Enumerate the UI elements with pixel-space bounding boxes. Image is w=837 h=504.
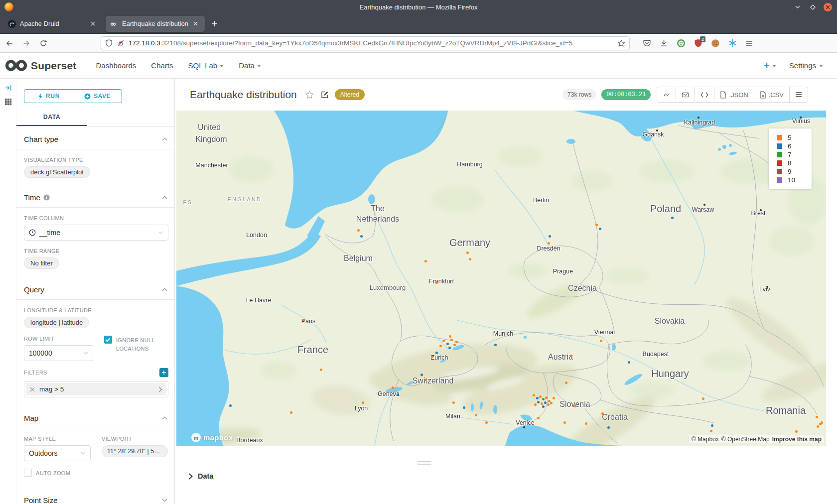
- superset-logo[interactable]: Superset: [5, 58, 76, 73]
- bookmark-star-icon[interactable]: [617, 39, 625, 47]
- favorite-star-icon[interactable]: [305, 90, 314, 100]
- edit-properties-icon[interactable]: [321, 91, 329, 99]
- earthquake-point: [302, 319, 305, 321]
- embed-code-button[interactable]: [695, 87, 714, 102]
- save-button[interactable]: SAVE: [73, 89, 122, 103]
- url-text[interactable]: 172.18.0.3:32108/superset/explore/?form_…: [129, 39, 617, 47]
- viz-type-label: VISUALIZATION TYPE: [24, 157, 168, 163]
- auto-zoom-label: AUTO ZOOM: [36, 469, 70, 478]
- time-range-value[interactable]: No filter: [24, 257, 59, 269]
- nav-item-charts[interactable]: Charts: [143, 53, 180, 79]
- chevron-up-icon: [162, 416, 167, 420]
- section-query[interactable]: Query: [24, 277, 168, 299]
- privacy-badger-icon[interactable]: [677, 39, 686, 48]
- reload-button[interactable]: [36, 36, 51, 50]
- forward-button[interactable]: [19, 36, 34, 50]
- earthquake-points-layer: [176, 111, 826, 446]
- download-icon[interactable]: [660, 39, 668, 47]
- collapse-panel-icon[interactable]: [3, 83, 13, 93]
- row-limit-select[interactable]: 100000: [24, 345, 93, 361]
- chevron-down-icon: [81, 452, 86, 455]
- viz-type-value[interactable]: deck.gl Scatterplot: [24, 166, 90, 178]
- tab-close-icon[interactable]: [191, 19, 200, 28]
- legend-swatch: [777, 169, 782, 174]
- chevron-right-icon: [188, 473, 193, 480]
- mapbox-logo[interactable]: m mapbox: [191, 433, 233, 442]
- new-tab-button[interactable]: [208, 17, 221, 30]
- lonlat-value[interactable]: longitude | latitude: [24, 317, 89, 328]
- email-button[interactable]: [676, 87, 695, 102]
- menu-hamburger-icon[interactable]: [745, 39, 753, 47]
- tab-data[interactable]: DATA: [16, 110, 87, 126]
- add-new-button[interactable]: +: [764, 61, 776, 71]
- run-button[interactable]: RUN: [24, 89, 73, 103]
- ignore-null-checkbox[interactable]: IGNORE NULL LOCATIONS: [104, 336, 168, 353]
- earthquake-point: [290, 411, 292, 414]
- tab-earthquake-distribution[interactable]: ∞ Earthquake distribution: [106, 16, 205, 32]
- time-column-select[interactable]: __time: [24, 225, 168, 241]
- window-minimize-button[interactable]: [794, 3, 802, 11]
- section-map[interactable]: Map: [24, 405, 168, 428]
- back-button[interactable]: [2, 36, 17, 50]
- chart-menu-button[interactable]: [789, 87, 808, 102]
- legend-label: 6: [788, 142, 792, 150]
- map-style-select[interactable]: Outdoors: [24, 445, 91, 461]
- pocket-icon[interactable]: [643, 39, 651, 47]
- altered-badge[interactable]: Altered: [335, 89, 365, 100]
- tab-label: Earthquake distribution: [122, 20, 188, 27]
- improve-map-link[interactable]: Improve this map: [772, 436, 822, 443]
- earthquake-point: [817, 425, 819, 428]
- legend-label: 10: [788, 176, 795, 184]
- url-bar[interactable]: 172.18.0.3:32108/superset/explore/?form_…: [101, 36, 630, 50]
- nav-item-data[interactable]: Data: [231, 53, 269, 79]
- cookie-icon[interactable]: [711, 39, 720, 48]
- brand-name: Superset: [31, 60, 76, 72]
- attribution-mapbox-link[interactable]: © Mapbox: [692, 436, 719, 443]
- map-style-label: MAP STYLE: [24, 436, 91, 442]
- row-limit-value: 100000: [29, 349, 83, 357]
- earthquake-point: [539, 395, 542, 398]
- section-point-size[interactable]: Point Size: [24, 488, 168, 504]
- earthquake-point: [362, 401, 364, 404]
- auto-zoom-checkbox[interactable]: AUTO ZOOM: [24, 469, 91, 478]
- earthquake-point: [435, 281, 438, 284]
- window-maximize-button[interactable]: [809, 3, 817, 11]
- earthquake-point: [536, 397, 539, 399]
- remove-filter-icon[interactable]: [30, 387, 35, 392]
- section-title: Point Size: [24, 496, 58, 504]
- map-canvas[interactable]: UnitedKingdomManchesterENGLANDLondonLe H…: [176, 111, 826, 446]
- chevron-right-icon[interactable]: [158, 386, 162, 392]
- dataset-grid-icon[interactable]: [3, 97, 13, 107]
- earthquake-point: [544, 401, 547, 404]
- attribution-osm-link[interactable]: © OpenStreetMap: [721, 436, 770, 443]
- adblock-shield-icon[interactable]: 2: [694, 39, 702, 47]
- extension-asterisk-icon[interactable]: [728, 39, 737, 47]
- nav-item-label: Data: [239, 61, 255, 70]
- earthquake-point: [446, 343, 449, 345]
- export-json-button[interactable]: .JSON: [714, 87, 753, 102]
- share-link-button[interactable]: [657, 87, 676, 102]
- section-chart-type[interactable]: Chart type: [24, 126, 168, 149]
- chevron-down-icon: [83, 352, 88, 355]
- add-filter-button[interactable]: [159, 368, 168, 377]
- tracking-shield-icon[interactable]: [105, 39, 113, 47]
- legend-swatch: [777, 135, 782, 140]
- nav-item-sql-lab[interactable]: SQL Lab: [181, 53, 232, 79]
- section-time[interactable]: Time: [24, 185, 168, 207]
- export-csv-button[interactable]: .CSV: [754, 87, 789, 102]
- panel-drag-handle[interactable]: [418, 461, 431, 466]
- data-panel-toggle[interactable]: Data: [188, 472, 213, 480]
- checkbox-unchecked-icon: [24, 469, 32, 477]
- viewport-value[interactable]: 11° 28' 29.70" | 50...: [102, 445, 168, 457]
- legend-swatch: [777, 152, 782, 157]
- settings-menu[interactable]: Settings: [789, 61, 823, 70]
- link-icon: [663, 91, 670, 99]
- earthquake-point: [469, 258, 471, 260]
- nav-item-dashboards[interactable]: Dashboards: [88, 53, 143, 79]
- tab-apache-druid[interactable]: Apache Druid: [3, 16, 102, 32]
- insecure-lock-icon[interactable]: [117, 39, 125, 47]
- checkbox-checked-icon: [104, 336, 112, 344]
- tab-close-icon[interactable]: [88, 19, 97, 28]
- window-close-button[interactable]: [824, 3, 832, 11]
- filter-item[interactable]: mag > 5: [26, 383, 166, 395]
